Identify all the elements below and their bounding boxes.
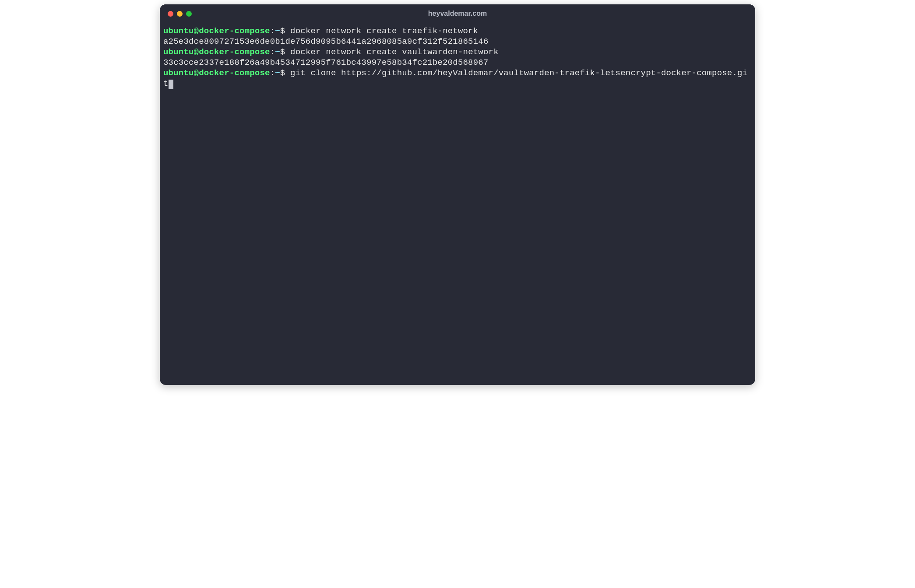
prompt-path: ~ [275, 47, 280, 57]
command-text: docker network create vaultwarden-networ… [290, 47, 499, 57]
prompt-symbol: $ [280, 26, 285, 36]
prompt-path: ~ [275, 26, 280, 36]
close-icon[interactable] [168, 11, 173, 17]
traffic-lights [160, 11, 192, 17]
titlebar: heyvaldemar.com [160, 4, 755, 23]
prompt-separator: : [270, 26, 275, 36]
prompt-separator: : [270, 68, 275, 78]
prompt-symbol: $ [280, 47, 285, 57]
terminal-body[interactable]: ubuntu@docker-compose:~$ docker network … [160, 23, 755, 385]
prompt-user-host: ubuntu@docker-compose [163, 68, 270, 78]
window-title: heyvaldemar.com [160, 10, 755, 18]
prompt-symbol: $ [280, 68, 285, 78]
cursor-icon [169, 80, 173, 89]
output-text: 33c3cce2337e188f26a49b4534712995f761bc43… [163, 58, 489, 67]
output-text: a25e3dce809727153e6de0b1de756d9095b6441a… [163, 37, 489, 46]
command-text: docker network create traefik-network [290, 26, 478, 36]
prompt-user-host: ubuntu@docker-compose [163, 26, 270, 36]
prompt-separator: : [270, 47, 275, 57]
prompt-user-host: ubuntu@docker-compose [163, 47, 270, 57]
maximize-icon[interactable] [186, 11, 192, 17]
terminal-window: heyvaldemar.com ubuntu@docker-compose:~$… [160, 4, 755, 385]
minimize-icon[interactable] [177, 11, 183, 17]
prompt-path: ~ [275, 68, 280, 78]
